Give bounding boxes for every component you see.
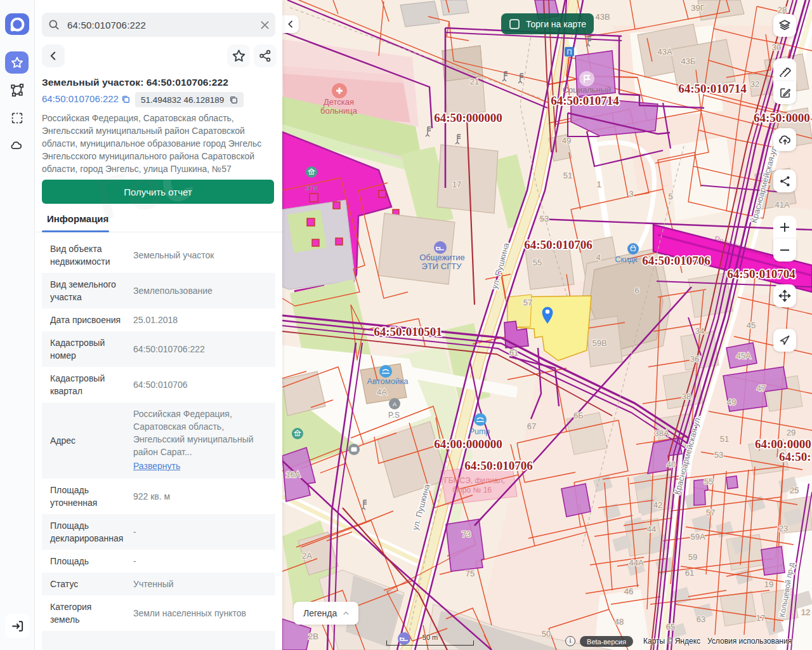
svg-text:51: 51 bbox=[720, 434, 729, 444]
svg-text:44: 44 bbox=[647, 524, 656, 534]
svg-text:6Б: 6Б bbox=[573, 411, 584, 420]
svg-text:19: 19 bbox=[764, 580, 773, 589]
svg-text:43В: 43В bbox=[595, 12, 610, 22]
svg-text:ГБМСЭ, филиал,: ГБМСЭ, филиал, bbox=[444, 476, 504, 485]
svg-text:47: 47 bbox=[757, 383, 766, 393]
svg-text:65: 65 bbox=[666, 622, 675, 632]
svg-text:17: 17 bbox=[452, 180, 461, 189]
svg-text:Скидк: Скидк bbox=[615, 255, 638, 264]
svg-text:53: 53 bbox=[540, 214, 549, 223]
svg-text:3: 3 bbox=[629, 189, 633, 199]
svg-text:67: 67 bbox=[527, 421, 536, 431]
svg-text:ЭТИ СГТУ: ЭТИ СГТУ bbox=[422, 262, 462, 271]
svg-text:45: 45 bbox=[747, 321, 756, 330]
svg-text:12: 12 bbox=[801, 607, 810, 617]
svg-text:41А: 41А bbox=[775, 200, 789, 209]
svg-text:Pump: Pump bbox=[469, 427, 490, 436]
svg-text:39Г: 39Г bbox=[691, 3, 705, 13]
svg-text:44А: 44А bbox=[629, 558, 643, 567]
svg-text:64:50:010704: 64:50:010704 bbox=[727, 267, 796, 281]
svg-text:61: 61 bbox=[685, 568, 694, 578]
svg-text:бюро № 16: бюро № 16 bbox=[452, 486, 492, 494]
svg-text:30: 30 bbox=[772, 43, 781, 52]
svg-text:64:50:010706: 64:50:010706 bbox=[524, 238, 593, 251]
svg-text:55: 55 bbox=[704, 477, 713, 486]
svg-text:57: 57 bbox=[523, 298, 532, 307]
svg-text:48: 48 bbox=[615, 617, 624, 627]
svg-text:55: 55 bbox=[533, 258, 542, 267]
svg-text:75: 75 bbox=[466, 569, 475, 578]
svg-text:Детская: Детская bbox=[324, 97, 354, 107]
svg-text:17: 17 bbox=[756, 613, 765, 623]
svg-text:57: 57 bbox=[706, 508, 715, 517]
svg-text:40: 40 bbox=[667, 460, 676, 469]
svg-text:51: 51 bbox=[563, 171, 572, 180]
svg-text:эти: эти bbox=[305, 183, 318, 192]
svg-text:6: 6 bbox=[634, 286, 639, 295]
svg-text:50: 50 bbox=[542, 629, 551, 639]
svg-text:46: 46 bbox=[624, 587, 633, 596]
svg-text:45А: 45А bbox=[736, 351, 750, 361]
svg-text:38А: 38А bbox=[654, 428, 669, 438]
svg-text:16А: 16А bbox=[285, 470, 300, 479]
svg-text:64:00:000000: 64:00:000000 bbox=[434, 437, 502, 451]
svg-text:25: 25 bbox=[790, 486, 799, 495]
svg-text:59В: 59В bbox=[592, 338, 606, 348]
svg-text:4А: 4А bbox=[377, 387, 387, 397]
svg-text:П: П bbox=[567, 48, 572, 56]
svg-text:36: 36 bbox=[690, 354, 699, 364]
svg-text:64:50:010501: 64:50:010501 bbox=[374, 325, 442, 338]
svg-text:2В: 2В bbox=[308, 632, 318, 641]
svg-text:21: 21 bbox=[470, 77, 479, 86]
svg-text:49: 49 bbox=[562, 136, 571, 145]
svg-text:64:50:010714: 64:50:010714 bbox=[678, 82, 747, 95]
svg-text:Автомойка: Автомойка bbox=[367, 376, 409, 386]
svg-text:1: 1 bbox=[596, 180, 601, 189]
svg-text:5: 5 bbox=[668, 192, 672, 201]
svg-text:43Б: 43Б bbox=[681, 56, 696, 66]
svg-text:23: 23 bbox=[779, 524, 788, 533]
svg-text:29: 29 bbox=[787, 428, 796, 437]
svg-text:63: 63 bbox=[697, 614, 705, 624]
svg-text:64:00:0000: 64:00:0000 bbox=[755, 437, 811, 451]
svg-text:2А: 2А bbox=[302, 551, 312, 560]
svg-text:P.S: P.S bbox=[388, 411, 400, 420]
svg-text:64:50:010706: 64:50:010706 bbox=[464, 459, 533, 472]
svg-text:больница: больница bbox=[320, 106, 358, 116]
svg-text:61: 61 bbox=[509, 348, 518, 357]
svg-text:64:50:010714: 64:50:010714 bbox=[551, 94, 619, 107]
svg-text:64:50:000000: 64:50:000000 bbox=[434, 111, 502, 124]
svg-text:53: 53 bbox=[714, 450, 723, 460]
svg-text:49: 49 bbox=[727, 397, 736, 407]
svg-text:42: 42 bbox=[653, 500, 662, 510]
svg-text:Общежитие: Общежитие bbox=[419, 253, 465, 262]
svg-text:59: 59 bbox=[688, 552, 697, 562]
svg-text:64:50:0000: 64:50:0000 bbox=[754, 111, 810, 124]
svg-text:64:50:010706: 64:50:010706 bbox=[642, 254, 710, 267]
svg-text:Социальный: Социальный bbox=[563, 85, 612, 95]
svg-text:64:50:: 64:50: bbox=[779, 450, 811, 463]
svg-text:4: 4 bbox=[596, 253, 600, 262]
svg-text:38: 38 bbox=[682, 392, 691, 401]
svg-text:43А: 43А bbox=[657, 47, 672, 56]
svg-text:34: 34 bbox=[695, 326, 704, 336]
svg-text:28: 28 bbox=[778, 5, 787, 15]
svg-text:73: 73 bbox=[462, 529, 471, 539]
svg-text:59А: 59А bbox=[690, 532, 705, 541]
svg-text:A: A bbox=[393, 401, 396, 408]
svg-text:32: 32 bbox=[750, 79, 759, 89]
